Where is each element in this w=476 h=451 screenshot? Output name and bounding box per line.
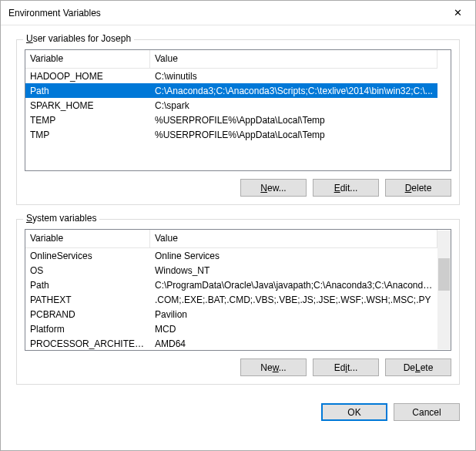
- row-variable: Path: [25, 280, 150, 291]
- env-vars-dialog: Environment Variables ✕ User variables f…: [0, 0, 476, 451]
- system-row[interactable]: OSWindows_NT: [25, 263, 437, 278]
- row-value: C:\ProgramData\Oracle\Java\javapath;C:\A…: [150, 280, 437, 291]
- user-row[interactable]: TEMP%USERPROFILE%\AppData\Local\Temp: [25, 113, 437, 127]
- system-new-button[interactable]: New...: [240, 358, 307, 376]
- user-buttons-row: New... Edit... Delete: [25, 179, 451, 197]
- col-value[interactable]: Value: [150, 50, 437, 68]
- system-row[interactable]: PCBRANDPavilion: [25, 307, 437, 321]
- col-value[interactable]: Value: [150, 230, 437, 247]
- user-row[interactable]: PathC:\Anaconda3;C:\Anaconda3\Scripts;C:…: [25, 83, 437, 98]
- system-buttons-row: New... Edit... DeLete: [25, 358, 451, 376]
- row-value: C:\winutils: [150, 71, 437, 82]
- row-value: .COM;.EXE;.BAT;.CMD;.VBS;.VBE;.JS;.JSE;.…: [150, 294, 437, 305]
- dialog-content: User variables for Joseph Variable Value…: [1, 25, 475, 450]
- user-row[interactable]: SPARK_HOMEC:\spark: [25, 98, 437, 113]
- row-value: AMD64: [150, 338, 437, 349]
- user-list-header: Variable Value: [25, 50, 437, 69]
- user-variables-list[interactable]: Variable Value HADOOP_HOMEC:\winutilsPat…: [25, 49, 451, 171]
- row-variable: HADOOP_HOME: [25, 71, 150, 82]
- row-value: %USERPROFILE%\AppData\Local\Temp: [150, 130, 437, 140]
- system-row[interactable]: PROCESSOR_ARCHITECTUREAMD64: [25, 336, 437, 350]
- window-title: Environment Variables: [8, 8, 101, 19]
- row-variable: PATHEXT: [25, 294, 150, 305]
- row-variable: SPARK_HOME: [25, 100, 150, 111]
- system-delete-button[interactable]: DeLete: [385, 358, 451, 376]
- row-value: C:\spark: [150, 100, 437, 111]
- user-delete-button[interactable]: Delete: [385, 179, 451, 197]
- dialog-buttons: OK Cancel: [16, 403, 460, 421]
- system-list-header: Variable Value: [25, 230, 437, 248]
- user-new-button[interactable]: New...: [240, 179, 307, 197]
- user-variables-group: User variables for Joseph Variable Value…: [16, 39, 460, 205]
- titlebar: Environment Variables ✕: [1, 1, 475, 25]
- user-row[interactable]: HADOOP_HOMEC:\winutils: [25, 69, 437, 83]
- system-variables-list[interactable]: Variable Value OnlineServicesOnline Serv…: [25, 229, 451, 351]
- row-value: Windows_NT: [150, 265, 437, 276]
- cancel-button[interactable]: Cancel: [394, 403, 460, 421]
- user-row[interactable]: TMP%USERPROFILE%\AppData\Local\Temp: [25, 127, 437, 142]
- system-scrollbar[interactable]: [437, 231, 451, 349]
- row-variable: PCBRAND: [25, 309, 150, 320]
- row-variable: TEMP: [25, 115, 150, 126]
- col-variable[interactable]: Variable: [25, 230, 150, 247]
- system-edit-button[interactable]: Edit...: [313, 358, 379, 376]
- user-group-legend: User variables for Joseph: [23, 33, 134, 44]
- system-row[interactable]: OnlineServicesOnline Services: [25, 248, 437, 263]
- col-variable[interactable]: Variable: [25, 50, 150, 68]
- close-button[interactable]: ✕: [440, 1, 475, 25]
- system-row[interactable]: PATHEXT.COM;.EXE;.BAT;.CMD;.VBS;.VBE;.JS…: [25, 292, 437, 307]
- user-edit-button[interactable]: Edit...: [313, 179, 379, 197]
- close-icon: ✕: [454, 7, 462, 19]
- ok-button[interactable]: OK: [321, 403, 387, 421]
- row-variable: Path: [25, 86, 150, 96]
- scroll-thumb[interactable]: [438, 258, 450, 291]
- system-variables-group: System variables Variable Value OnlineSe…: [16, 219, 460, 385]
- row-value: MCD: [150, 324, 437, 335]
- system-row[interactable]: PathC:\ProgramData\Oracle\Java\javapath;…: [25, 278, 437, 292]
- row-variable: OS: [25, 265, 150, 276]
- row-value: Pavilion: [150, 309, 437, 320]
- row-value: C:\Anaconda3;C:\Anaconda3\Scripts;C:\tex…: [150, 86, 437, 96]
- row-variable: PROCESSOR_ARCHITECTURE: [25, 338, 150, 349]
- system-group-legend: System variables: [23, 213, 99, 224]
- row-variable: Platform: [25, 324, 150, 335]
- row-variable: TMP: [25, 130, 150, 140]
- row-value: %USERPROFILE%\AppData\Local\Temp: [150, 115, 437, 126]
- system-row[interactable]: PlatformMCD: [25, 321, 437, 336]
- row-variable: OnlineServices: [25, 251, 150, 261]
- row-value: Online Services: [150, 251, 437, 261]
